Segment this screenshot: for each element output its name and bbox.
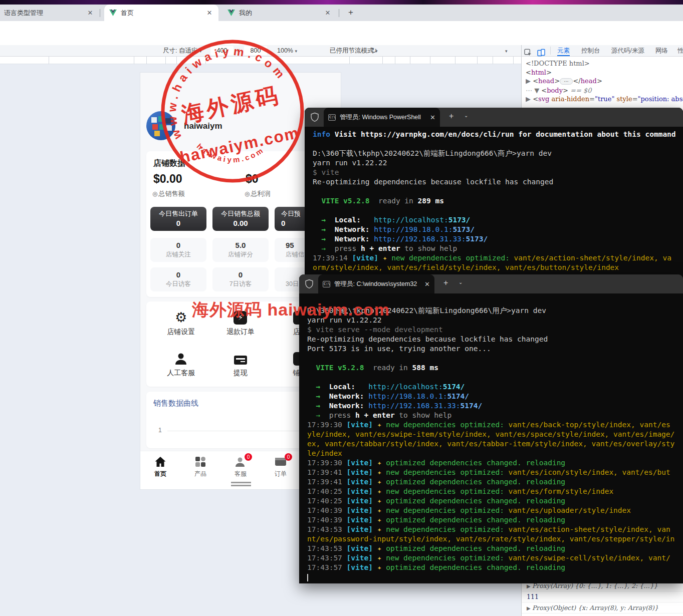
- devtools-tab-console[interactable]: 控制台: [581, 45, 600, 56]
- console-log-line: ▶ Proxy(Object) {x: Array(8), y: Array(8…: [522, 602, 683, 613]
- badge: 0: [245, 453, 252, 461]
- elements-tree-line[interactable]: <html>: [526, 68, 683, 77]
- coin-icon: ◎: [152, 190, 157, 197]
- ruler-tick: [146, 57, 147, 64]
- terminal-window-merchant[interactable]: C:\ 管理员: Windows PowerShell ✕ + ⌄ info V…: [305, 108, 683, 280]
- elements-tree[interactable]: <!DOCTYPE html><html>▶ <head> ⋯ </head>⋯…: [526, 59, 683, 104]
- browser-tab-home[interactable]: 首页 ✕: [104, 5, 218, 21]
- browser-toolbar: ↻ i localhost:5173/home: [0, 21, 683, 45]
- cmd-icon: C:\: [328, 114, 336, 121]
- terminal-line: 17:39:41 [vite] ✦ optimized dependencies…: [307, 477, 683, 487]
- terminal-line: le/index: [307, 449, 683, 458]
- ruler-tick: [410, 57, 410, 64]
- devtools-tab-elements[interactable]: 元素: [557, 45, 570, 56]
- tabbar-item-label: 首页: [140, 470, 180, 478]
- elements-tree-line[interactable]: ▶ <head> ⋯ </head>: [526, 77, 683, 86]
- new-tab-button[interactable]: +: [345, 7, 357, 19]
- stat-value: 0: [150, 241, 206, 249]
- store-stat-cell: 0店铺关注: [150, 238, 206, 262]
- stat-label: 今日售出订单: [150, 209, 206, 218]
- tabbar-item-orders[interactable]: 0订单: [261, 451, 301, 489]
- menu-item[interactable]: 提现: [211, 349, 271, 387]
- stat-value: 0: [150, 219, 206, 227]
- browser-tab-mine[interactable]: 我的 ✕: [222, 5, 337, 21]
- terminal-dropdown-icon[interactable]: ⌄: [459, 279, 463, 285]
- terminal-line: 17:43:57 [vite] ✦ optimized dependencies…: [307, 563, 683, 572]
- badge: 0: [285, 453, 292, 461]
- today-stat-chip: 今日销售总额0.00: [212, 207, 269, 231]
- close-icon[interactable]: ✕: [424, 280, 430, 288]
- menu-item[interactable]: 人工客服: [151, 349, 211, 387]
- browser-tab-strip: 语言类型管理 ✕ 首页 ✕ 我的 ✕ +: [0, 5, 683, 21]
- close-icon[interactable]: ✕: [86, 9, 94, 17]
- terminal-line: VITE v5.2.8 ready in 289 ms: [313, 196, 683, 206]
- stat-label: 店铺关注: [150, 250, 206, 259]
- terminal-line: → Local: http://localhost:5174/: [307, 382, 683, 392]
- terminal-line: 17:39:30 [vite] ✦ optimized dependencies…: [307, 458, 683, 468]
- tab-title: 我的: [239, 9, 321, 18]
- terminal-line: 17:39:30 [vite] ✦ new dependencies optim…: [307, 420, 683, 430]
- console-drawer[interactable]: ▶ Proxy(Array) {0: {…}, 1: {…}, 2: {…}}1…: [522, 580, 683, 616]
- terminal-dropdown-icon[interactable]: ⌄: [464, 113, 468, 118]
- menu-item-label: 提现: [211, 369, 271, 378]
- ruler-tick: [134, 57, 134, 64]
- terminal-line: yarn run v1.22.22: [313, 158, 683, 168]
- menu-item-label: 退款订单: [211, 328, 271, 337]
- terminal-titlebar[interactable]: C:\ 管理员: C:\windows\system32 ✕ + ⌄: [299, 274, 683, 293]
- terminal-line: → press h + enter to show help: [313, 244, 683, 253]
- terminal-line: → Network: http://192.168.31.33:5174/: [307, 401, 683, 411]
- elements-tree-line[interactable]: ⋯ ▼ <body> == $0: [526, 86, 683, 95]
- ruler-tick: [513, 57, 514, 64]
- desktop-wallpaper: [0, 0, 683, 5]
- store-stat-cell: 0今日访客: [150, 267, 206, 291]
- tab-separator: [339, 9, 339, 17]
- new-terminal-tab-icon[interactable]: +: [449, 112, 453, 121]
- today-stat-chip: 今日售出订单0: [150, 207, 206, 231]
- ruler-tick: [395, 57, 395, 64]
- terminal-line: 17:43:57 [vite] ✦ new dependencies optim…: [307, 553, 683, 563]
- terminal-line: 17:43:53 [vite] ✦ new dependencies optim…: [307, 525, 683, 534]
- close-icon[interactable]: ✕: [324, 9, 332, 17]
- person-icon: [174, 352, 188, 366]
- terminal-line: [307, 373, 683, 382]
- watermark-cn-text: 海外源码: [179, 82, 283, 127]
- ruler-tick: [49, 57, 49, 64]
- terminal-line: [307, 354, 683, 363]
- devtools-tab-network[interactable]: 网络: [655, 45, 668, 56]
- terminal-line: Re-optimizing dependencies because lockf…: [313, 177, 683, 187]
- stat-value: 0.00: [212, 219, 269, 227]
- terminal-tab[interactable]: C:\ 管理员: C:\windows\system32 ✕: [318, 274, 434, 293]
- terminal-tab-title: 管理员: Windows PowerShell: [340, 113, 427, 122]
- tabbar-item-label: 订单: [261, 470, 301, 478]
- chart-title: 销售数据曲线: [153, 399, 198, 408]
- menu-item-label: 店铺设置: [151, 328, 211, 337]
- tabbar-item-home[interactable]: 首页: [140, 451, 180, 489]
- devtools-tab-sources[interactable]: 源代码/来源: [611, 45, 644, 56]
- browser-tab-language-type[interactable]: 语言类型管理 ✕: [0, 5, 98, 21]
- stat-value: 0: [212, 270, 269, 279]
- terminal-line: 17:43:53 [vite] ✦ optimized dependencies…: [307, 544, 683, 553]
- y-axis-tick: 1: [158, 427, 162, 434]
- devtools-tab-performance[interactable]: 性能: [677, 45, 683, 56]
- terminal-line: 17:39:41 [vite] ✦ new dependencies optim…: [307, 468, 683, 477]
- tabbar-item-grid[interactable]: 产品: [180, 451, 220, 489]
- elements-tree-line[interactable]: ▶ <svg aria-hidden="true" style="positio…: [526, 95, 683, 104]
- terminal-line: 17:40:39 [vite] ✦ optimized dependencies…: [307, 515, 683, 525]
- elements-tree-line[interactable]: <!DOCTYPE html>: [526, 59, 683, 68]
- new-terminal-tab-icon[interactable]: +: [443, 278, 448, 287]
- tabbar-item-label: 产品: [180, 470, 220, 478]
- terminal-line: info Visit https://yarnpkg.com/en/docs/c…: [313, 130, 683, 139]
- terminal-tab[interactable]: C:\ 管理员: Windows PowerShell ✕: [324, 108, 440, 127]
- rotate-device-icon[interactable]: ↻: [371, 45, 377, 56]
- watermark-stamp: www.haiwaiym.com haiwaiym.com 海外源码 haiwa…: [159, 38, 306, 184]
- close-icon[interactable]: ✕: [205, 9, 213, 17]
- total-profit-label: ◎总利润: [245, 189, 270, 198]
- close-icon[interactable]: ✕: [430, 114, 435, 121]
- device-toolbar-options-icon[interactable]: ▾: [505, 45, 508, 56]
- terminal-line: ex, vant/es/tabbar/style/index, vant/es/…: [307, 439, 683, 449]
- terminal-titlebar[interactable]: C:\ 管理员: Windows PowerShell ✕ + ⌄: [305, 108, 683, 127]
- watermark-banner: 海外源码 haiwaiym.com: [192, 298, 390, 322]
- coin-icon: ◎: [245, 190, 250, 197]
- terminal-line: Re-optimizing dependencies because lockf…: [307, 335, 683, 344]
- home-indicator[interactable]: [231, 482, 251, 488]
